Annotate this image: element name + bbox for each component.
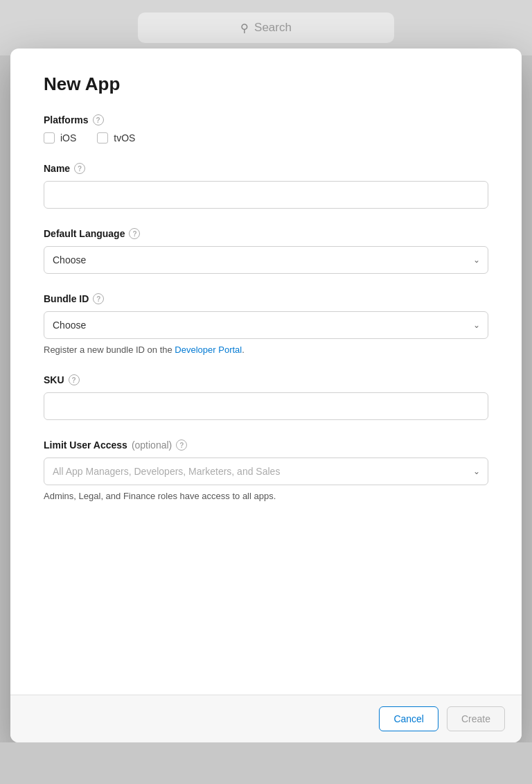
bundle-id-select[interactable]: Choose [44,311,488,339]
bundle-id-field-group: Bundle ID ? Choose ⌄ Register a new bund… [44,293,488,355]
search-bar[interactable]: ⚲ Search [138,12,394,43]
top-bar: ⚲ Search [0,0,532,55]
name-input[interactable] [44,181,488,209]
platforms-label: Platforms ? [44,114,488,125]
tvos-checkbox[interactable] [97,132,108,143]
sku-input[interactable] [44,392,488,420]
sku-help-icon[interactable]: ? [69,374,80,385]
name-help-icon[interactable]: ? [74,163,85,174]
limit-user-access-field-group: Limit User Access (optional) ? All App M… [44,439,488,501]
bundle-id-helper-text: Register a new bundle ID on the Develope… [44,345,488,355]
platforms-help-icon[interactable]: ? [93,114,104,125]
default-language-field-group: Default Language ? Choose English (U.S.)… [44,228,488,274]
bundle-id-select-wrapper: Choose ⌄ [44,311,488,339]
modal-title: New App [44,73,488,95]
create-button[interactable]: Create [447,706,505,731]
sku-label: SKU ? [44,374,488,385]
bundle-id-help-icon[interactable]: ? [93,293,104,304]
bottom-strip [0,742,532,784]
admins-text: Admins, Legal, and Finance roles have ac… [44,491,488,501]
bundle-id-label: Bundle ID ? [44,293,488,304]
limit-user-access-label: Limit User Access (optional) ? [44,439,488,451]
limit-user-access-select-wrapper: All App Managers, Developers, Marketers,… [44,458,488,485]
cancel-button[interactable]: Cancel [379,706,438,731]
modal-footer: Cancel Create [10,695,522,742]
search-placeholder: Search [254,21,292,35]
default-language-select[interactable]: Choose English (U.S.) English (UK) Frenc… [44,246,488,274]
platform-checkboxes: iOS tvOS [44,132,488,143]
modal-dialog: New App Platforms ? iOS tvOS Name [10,49,522,742]
name-label: Name ? [44,163,488,174]
sku-field-group: SKU ? [44,374,488,420]
default-language-label: Default Language ? [44,228,488,239]
modal-body: New App Platforms ? iOS tvOS Name [10,49,522,695]
ios-checkbox-item[interactable]: iOS [44,132,76,143]
tvos-label: tvOS [114,132,135,143]
tvos-checkbox-item[interactable]: tvOS [97,132,135,143]
limit-user-access-help-icon[interactable]: ? [176,439,187,451]
default-language-select-wrapper: Choose English (U.S.) English (UK) Frenc… [44,246,488,274]
platforms-field-group: Platforms ? iOS tvOS [44,114,488,143]
name-field-group: Name ? [44,163,488,209]
ios-label: iOS [60,132,76,143]
developer-portal-link[interactable]: Developer Portal [175,345,242,355]
default-language-help-icon[interactable]: ? [129,228,140,239]
ios-checkbox[interactable] [44,132,55,143]
limit-user-access-select[interactable]: All App Managers, Developers, Marketers,… [44,458,488,485]
search-icon: ⚲ [240,21,249,35]
